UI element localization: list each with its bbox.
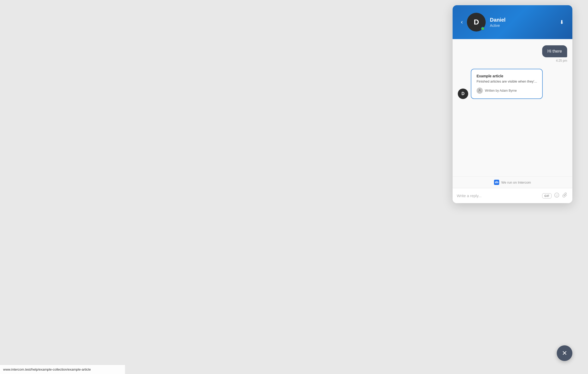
attach-button[interactable] xyxy=(562,192,568,200)
message-bubble-sent: Hi there xyxy=(542,45,567,57)
article-title: Example article xyxy=(477,74,537,78)
avatar-container: D xyxy=(467,13,486,32)
intercom-logo-icon xyxy=(494,180,499,185)
article-author: Written by Adam Byrne xyxy=(477,88,537,94)
status-url: www.intercom.test/help/example-collectio… xyxy=(3,367,91,371)
emoji-icon xyxy=(554,192,559,198)
download-button[interactable]: ⬇ xyxy=(558,18,566,26)
user-details: Daniel Active xyxy=(490,17,505,28)
svg-rect-4 xyxy=(497,181,497,183)
chat-widget: ‹ D Daniel Active ⬇ Hi there 4:25 pm xyxy=(453,5,572,203)
sent-message: Hi there 4:25 pm xyxy=(458,45,567,63)
svg-point-6 xyxy=(555,193,559,197)
close-icon: ✕ xyxy=(562,350,567,356)
status-bar: www.intercom.test/help/example-collectio… xyxy=(0,365,125,374)
svg-point-7 xyxy=(556,195,556,195)
chat-body: Hi there 4:25 pm D Example article Finis… xyxy=(453,39,572,176)
input-actions: GIF xyxy=(542,192,568,200)
back-button[interactable]: ‹ xyxy=(459,18,465,26)
user-info: D Daniel Active xyxy=(467,13,558,32)
page-background: ‹ D Daniel Active ⬇ Hi there 4:25 pm xyxy=(0,0,588,374)
article-card[interactable]: Example article Finished articles are vi… xyxy=(471,69,543,99)
emoji-button[interactable] xyxy=(554,192,560,200)
svg-rect-1 xyxy=(494,180,499,185)
reply-input[interactable] xyxy=(457,194,540,198)
svg-rect-3 xyxy=(496,181,497,183)
online-indicator xyxy=(481,27,485,30)
chat-input-area: GIF xyxy=(453,188,572,203)
branding-text: We run on Intercom xyxy=(501,180,531,184)
chat-header: ‹ D Daniel Active ⬇ xyxy=(453,5,572,39)
svg-rect-2 xyxy=(495,182,496,183)
close-button[interactable]: ✕ xyxy=(557,345,572,361)
receiver-avatar: D xyxy=(458,89,468,99)
user-status: Active xyxy=(490,23,505,28)
svg-point-0 xyxy=(479,89,480,91)
svg-point-8 xyxy=(557,195,558,195)
user-name: Daniel xyxy=(490,17,505,23)
gif-button[interactable]: GIF xyxy=(542,193,552,198)
message-time: 4:25 pm xyxy=(556,59,567,63)
chat-branding: We run on Intercom xyxy=(453,176,572,188)
received-message: D Example article Finished articles are … xyxy=(458,69,567,99)
article-excerpt: Finished articles are visible when they'… xyxy=(477,79,537,84)
svg-rect-5 xyxy=(498,182,498,183)
paperclip-icon xyxy=(562,192,568,198)
author-name: Written by Adam Byrne xyxy=(485,89,517,92)
author-avatar-icon xyxy=(477,88,483,94)
